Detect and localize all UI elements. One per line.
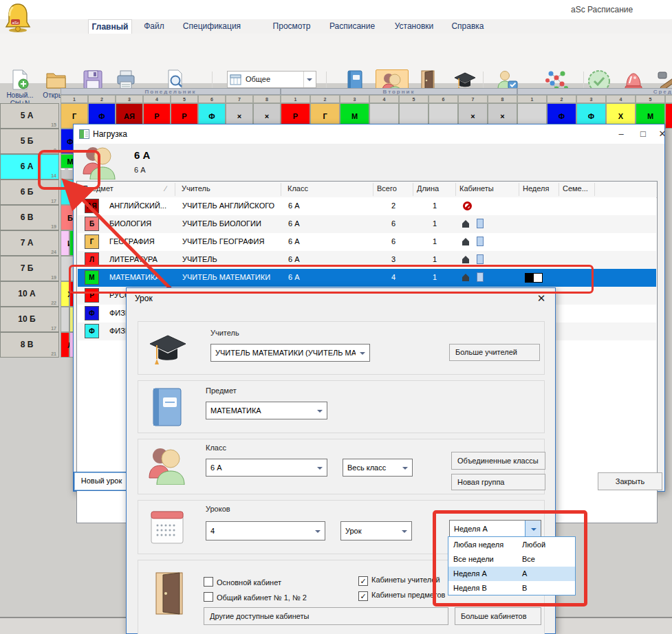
week-option[interactable]: Любая неделяЛюбой <box>448 538 575 552</box>
lessons-count-combo[interactable]: 4 <box>206 521 325 540</box>
period-number: 6 <box>429 95 458 103</box>
timetable-cell[interactable]: Х <box>61 281 69 307</box>
other-rooms-button[interactable]: Другие доступные кабинеты <box>204 607 448 625</box>
column-header[interactable]: Кабинеты <box>459 184 494 193</box>
timetable-cell[interactable] <box>61 307 69 332</box>
minimize-button[interactable]: – <box>611 127 631 141</box>
cell-subject-letter: Р <box>281 112 310 120</box>
column-header[interactable]: Длина <box>417 184 439 193</box>
lesson-dialog-title: Урок <box>135 294 153 303</box>
load-table-header[interactable]: ПредметУчительКлассВсегоДлинаКабинетыНед… <box>77 182 657 198</box>
graduation-cap-icon <box>147 327 189 369</box>
column-header[interactable]: Учитель <box>182 184 210 193</box>
more-teachers-button[interactable]: Больше учителей <box>449 344 540 361</box>
week-combo[interactable]: Неделя А <box>449 520 541 538</box>
class-row-label: 5 А <box>1 110 53 120</box>
class-row-header[interactable]: 7 А24 <box>0 230 59 256</box>
timetable-cell[interactable]: И <box>61 230 69 256</box>
day-header: Понедельник <box>61 88 281 95</box>
class-row-header[interactable]: 6 Б17 <box>0 179 59 205</box>
class-row-label: 7 Б <box>1 263 53 272</box>
class-row-header[interactable]: 10 А22 <box>0 281 59 307</box>
class-title: 6 А <box>134 149 150 161</box>
lesson-type-combo[interactable]: Урок <box>340 521 412 540</box>
teacher-combo[interactable]: УЧИТЕЛЬ МАТЕМАТИКИ (УЧИТЕЛЬ МАТЕМ <box>210 344 370 362</box>
week-option-short: Все <box>522 555 535 563</box>
timetable-cell[interactable] <box>665 103 672 129</box>
joined-classes-button[interactable]: Объединенные классы <box>451 452 545 470</box>
table-row[interactable]: АЯАНГЛИЙСКИЙ...УЧИТЕЛЬ АНГЛИЙСКОГО6 А21 <box>78 197 656 215</box>
week-option[interactable]: Все неделиВсе <box>448 552 575 567</box>
tab-ustanovki[interactable]: Установки <box>389 19 439 34</box>
class-row-header[interactable]: 8 В21 <box>0 332 59 358</box>
tab-raspisanie[interactable]: Расписание <box>325 19 380 34</box>
tab-prosmotr[interactable]: Просмотр <box>268 19 315 34</box>
class-scope-combo[interactable]: Весь класс <box>343 459 413 477</box>
class-row-label: 10 Б <box>1 314 53 323</box>
maximize-button[interactable]: □ <box>633 127 653 141</box>
class-row-header[interactable]: 7 Б19 <box>0 256 59 281</box>
view-mode-combo[interactable]: Общее <box>227 71 316 88</box>
lesson-close-button[interactable]: ✕ <box>534 292 549 306</box>
column-header[interactable]: Предмет <box>83 184 113 193</box>
cell-subject-letter: Х <box>607 112 635 120</box>
subject-label: Предмет <box>206 386 237 395</box>
week-combo-arrow[interactable] <box>525 521 541 537</box>
class-row-header[interactable]: 5 Б9 <box>0 129 59 154</box>
new-button[interactable]: Новый... Ctrl+N <box>1 69 39 108</box>
tab-specifikacija[interactable]: Спецификация <box>177 19 246 34</box>
tab-fajl[interactable]: Файл <box>139 19 169 34</box>
column-header[interactable]: Семе... <box>563 184 588 193</box>
checkbox-checked: ✓ <box>358 591 368 601</box>
class-row-header[interactable]: 6 А14 <box>0 154 59 179</box>
period-number: 6 <box>665 95 672 103</box>
class-row-header[interactable]: 5 А15 <box>0 103 59 129</box>
room-door-icon <box>477 237 484 246</box>
week-a-swatch <box>525 274 534 282</box>
subject-rooms-checkbox[interactable]: ✓Кабинеты предметов <box>358 591 445 601</box>
table-row[interactable]: ЛЛИТЕРАТУРАУЧИТЕЛЬ6 А31 <box>78 251 656 269</box>
class-section: Класс 6 А Весь класс Объединенные классы… <box>138 439 545 494</box>
combo-dropdown-button[interactable] <box>303 72 316 87</box>
class-label: Класс <box>206 444 226 452</box>
close-button[interactable]: ✕ <box>653 127 672 141</box>
open-folder-icon <box>45 69 67 90</box>
length-value: 1 <box>413 237 456 245</box>
class-row-header[interactable]: 10 Б17 <box>0 307 59 332</box>
new-group-button[interactable]: Новая группа <box>451 474 545 490</box>
main-room-checkbox[interactable]: Основной кабинет <box>204 577 281 587</box>
week-option-name: Любая неделя <box>453 540 503 549</box>
load-dialog-title: Нагрузка <box>93 129 127 139</box>
tab-spravka[interactable]: Справка <box>447 19 488 34</box>
column-header[interactable]: Всего <box>377 184 397 193</box>
class-combo[interactable]: 6 А <box>206 459 327 477</box>
week-option-short: Любой <box>522 540 545 549</box>
class-row-header[interactable]: 6 В19 <box>0 205 59 230</box>
column-header[interactable]: Класс <box>288 184 308 193</box>
table-row[interactable]: ББИОЛОГИЯУЧИТЕЛЬ БИОЛОГИИ6 А61 <box>78 215 656 233</box>
class-row-label: 10 А <box>1 288 53 298</box>
cell-subject-letter: × <box>459 112 487 120</box>
new-lesson-button[interactable]: Новый урок <box>74 472 129 491</box>
table-row[interactable]: ГГЕОГРАФИЯУЧИТЕЛЬ ГЕОГРАФИЯ6 А61 <box>78 233 656 251</box>
timetable-cell[interactable]: Л <box>61 332 69 358</box>
table-row[interactable]: ММАТЕМАТИКАУЧИТЕЛЬ МАТЕМАТИКИ6 А41 <box>78 269 656 287</box>
week-option[interactable]: Неделя АА <box>448 567 575 581</box>
teacher-rooms-checkbox[interactable]: ✓Кабинеты учителей <box>358 576 440 586</box>
close-load-button[interactable]: Закрыть <box>598 472 662 490</box>
tab-glavnyj[interactable]: Главный <box>88 19 132 34</box>
shared-room-checkbox[interactable]: Общий кабинет № 1, № 2 <box>204 592 307 602</box>
period-number: 8 <box>488 95 517 103</box>
more-rooms-button[interactable]: Больше кабинетов <box>455 607 541 625</box>
week-option-name: Неделя А <box>453 569 487 578</box>
subject-section: Предмет МАТЕМАТИКА <box>138 380 545 433</box>
column-divider <box>455 183 456 196</box>
column-header[interactable]: Неделя <box>523 184 549 193</box>
week-dropdown-list[interactable]: Любая неделяЛюбойВсе неделиВсеНеделя ААН… <box>448 536 576 595</box>
column-divider <box>559 183 559 196</box>
week-option[interactable]: Неделя ВВ <box>448 581 575 595</box>
class-name: 6 А <box>288 273 300 281</box>
load-dialog-titlebar[interactable]: Нагрузка – □ ✕ <box>74 124 664 144</box>
subject-combo[interactable]: МАТЕМАТИКА <box>206 402 327 419</box>
menu-tabstrip: Главный Файл Спецификация Просмотр Распи… <box>0 19 672 34</box>
